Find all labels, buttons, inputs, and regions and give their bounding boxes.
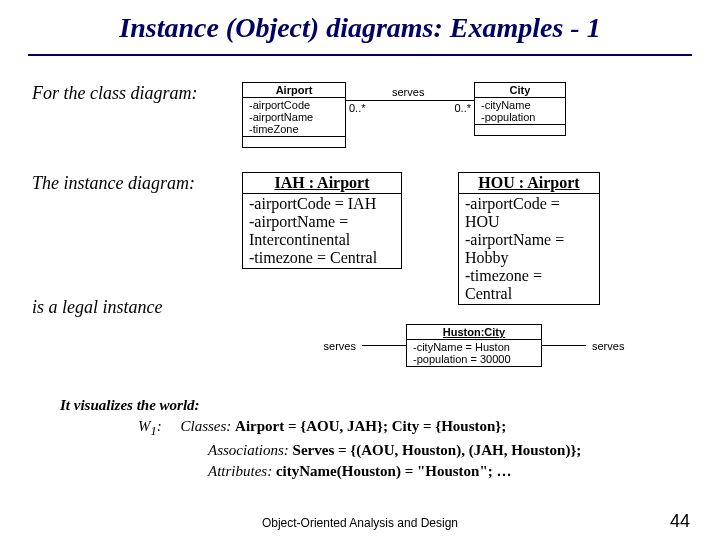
association-serves: serves 0..* 0..* [346, 100, 474, 101]
link-label-right: serves [592, 340, 624, 352]
slide-title: Instance (Object) diagrams: Examples - 1 [28, 12, 692, 50]
class-city-name: City [475, 83, 565, 98]
assoc-value: Serves = {(AOU, Houston), (JAH, Houston)… [293, 442, 582, 458]
attr: -population [481, 111, 559, 123]
instance-iah-name: IAH : Airport [243, 173, 401, 194]
assoc-label: serves [392, 86, 424, 98]
world-w: W [138, 418, 151, 434]
classes-value: Airport = {AOU, JAH}; City = {Houston}; [235, 418, 506, 434]
footer-text: Object-Oriented Analysis and Design [0, 516, 720, 530]
attr: -cityName [481, 99, 559, 111]
world-colon: : [157, 418, 166, 434]
class-diagram-row: For the class diagram: Airport -airportC… [32, 82, 692, 148]
slot: -timezone = Central [249, 249, 395, 267]
world-block: It visualizes the world: W1: Classes: Ai… [60, 395, 692, 481]
class-city-ops [475, 125, 565, 135]
title-rule [28, 54, 692, 56]
instance-hou: HOU : Airport -airportCode = HOU -airpor… [458, 172, 600, 305]
class-diagram: Airport -airportCode -airportName -timeZ… [242, 82, 566, 148]
world-line-assoc: Associations: Serves = {(AOU, Houston), … [208, 440, 692, 461]
instance-diagram-bottom: serves Huston:City -cityName = Huston -p… [238, 324, 692, 367]
slot: -airportCode = HOU [465, 195, 593, 231]
instance-iah-attrs: -airportCode = IAH -airportName = Interc… [243, 194, 401, 268]
link-line-left [362, 345, 406, 346]
instance-diagram-top: IAH : Airport -airportCode = IAH -airpor… [242, 172, 600, 305]
class-airport-name: Airport [243, 83, 345, 98]
lead-instance: The instance diagram: [32, 172, 242, 195]
attr: -timeZone [249, 123, 339, 135]
lead-class: For the class diagram: [32, 82, 242, 105]
mult-left: 0..* [349, 102, 366, 114]
instance-hou-attrs: -airportCode = HOU -airportName = Hobby … [459, 194, 599, 304]
instance-huston-name: Huston:City [407, 325, 541, 340]
slot: -population = 30000 [413, 353, 535, 365]
slot: -airportCode = IAH [249, 195, 395, 213]
link-line-right [542, 345, 586, 346]
class-airport: Airport -airportCode -airportName -timeZ… [242, 82, 346, 148]
page-number: 44 [670, 511, 690, 532]
attr-label: Attributes: [208, 463, 276, 479]
instance-diagram-row: The instance diagram: IAH : Airport -air… [32, 172, 692, 305]
class-city-attrs: -cityName -population [475, 98, 565, 125]
instance-iah: IAH : Airport -airportCode = IAH -airpor… [242, 172, 402, 269]
assoc-label: Associations: [208, 442, 293, 458]
slot: -airportName = Intercontinental [249, 213, 395, 249]
class-city: City -cityName -population [474, 82, 566, 136]
class-airport-ops [243, 137, 345, 147]
world-line-attr: Attributes: cityName(Houston) = "Houston… [208, 461, 692, 482]
link-label-left: serves [324, 340, 356, 352]
world-header: It visualizes the world: [60, 395, 692, 416]
classes-label: Classes: [181, 418, 236, 434]
attr: -airportName [249, 111, 339, 123]
attr: -airportCode [249, 99, 339, 111]
instance-huston-attrs: -cityName = Huston -population = 30000 [407, 340, 541, 366]
slot: -cityName = Huston [413, 341, 535, 353]
attr-value: cityName(Houston) = "Houston"; … [276, 463, 512, 479]
class-airport-attrs: -airportCode -airportName -timeZone [243, 98, 345, 137]
world-line-classes: W1: Classes: Airport = {AOU, JAH}; City … [138, 416, 692, 440]
instance-huston: Huston:City -cityName = Huston -populati… [406, 324, 542, 367]
mult-right: 0..* [454, 102, 471, 114]
instance-hou-name: HOU : Airport [459, 173, 599, 194]
slot: -timezone = Central [465, 267, 593, 303]
slot: -airportName = Hobby [465, 231, 593, 267]
